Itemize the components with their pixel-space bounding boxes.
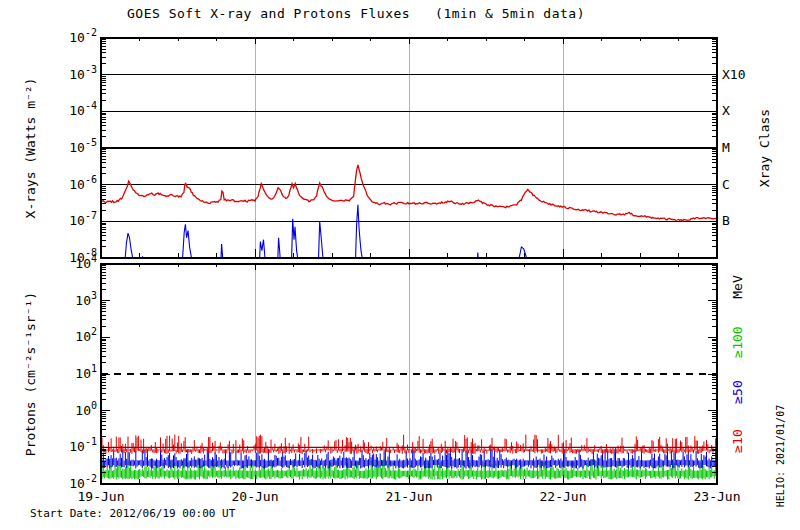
xray-y-axis-label: X-rays (Watts m⁻²) (23, 78, 38, 219)
x-date-label: 20-Jun (232, 489, 279, 504)
protons-y-tick-label: 100 (75, 400, 97, 418)
energy-label-ge50: ≥50 (730, 380, 745, 403)
protons-y-axis-label: Protons (cm⁻²s⁻¹sr⁻¹) (23, 292, 38, 456)
mev-axis-label: MeV (730, 275, 745, 298)
x-date-label: 21-Jun (386, 489, 433, 504)
protons-y-tick-label: 10-1 (69, 436, 97, 454)
xray-class-label: X10 (722, 67, 745, 82)
start-date-label: Start Date: 2012/06/19 00:00 UT (30, 507, 235, 520)
xray-y-tick-label: 10-3 (69, 64, 97, 82)
xray-class-label: M (722, 140, 730, 155)
goes-flux-chart: GOES Soft X-ray and Protons Fluxes (1min… (0, 0, 800, 530)
xray-class-label: B (722, 213, 730, 228)
protons-y-tick-label: 104 (75, 253, 97, 271)
xray-y-tick-label: 10-7 (69, 210, 97, 228)
xray-class-label: X (722, 103, 730, 118)
xray-y-tick-label: 10-6 (69, 174, 97, 192)
xray-y-tick-label: 10-4 (69, 100, 97, 118)
xray-y-tick-label: 10-2 (69, 27, 97, 45)
energy-label-ge10: ≥10 (730, 429, 745, 452)
protons-y-tick-label: 103 (75, 290, 97, 308)
x-date-label: 23-Jun (694, 489, 741, 504)
energy-label-ge100: ≥100 (730, 326, 745, 357)
plot-canvas: 10-210-310-410-510-610-710-8104103102101… (0, 0, 800, 530)
xray-class-label: C (722, 177, 730, 192)
protons-y-tick-label: 102 (75, 326, 97, 344)
xray-y-tick-label: 10-5 (69, 137, 97, 155)
x-date-label: 22-Jun (540, 489, 587, 504)
x-date-label: 19-Jun (78, 489, 125, 504)
helio-watermark: HELIO: 2021/01/07 (775, 405, 786, 507)
protons-y-tick-label: 101 (75, 363, 97, 381)
xray-class-axis-label: Xray Class (757, 109, 772, 187)
